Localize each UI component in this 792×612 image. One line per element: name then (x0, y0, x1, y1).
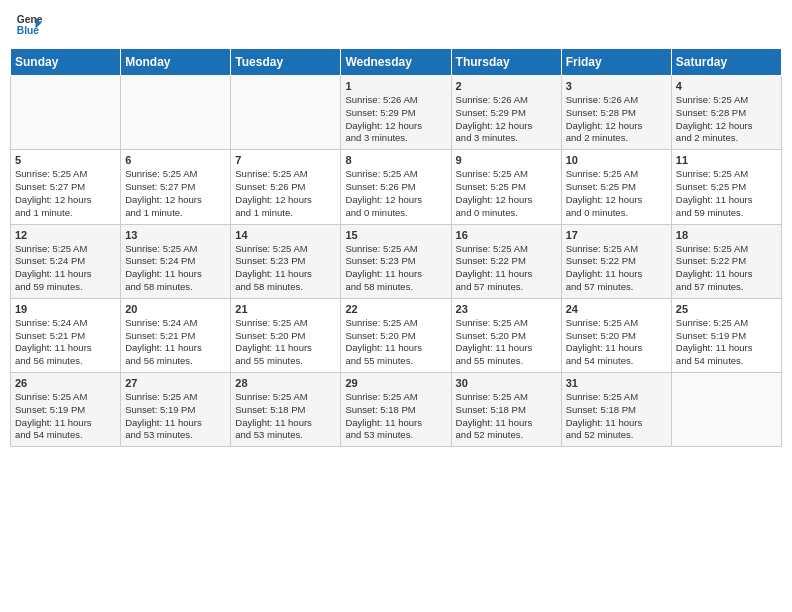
cell-info: Sunrise: 5:25 AM Sunset: 5:19 PM Dayligh… (676, 317, 777, 368)
calendar-cell: 22Sunrise: 5:25 AM Sunset: 5:20 PM Dayli… (341, 298, 451, 372)
cell-info: Sunrise: 5:25 AM Sunset: 5:20 PM Dayligh… (566, 317, 667, 368)
calendar-header-row: SundayMondayTuesdayWednesdayThursdayFrid… (11, 49, 782, 76)
calendar-cell: 16Sunrise: 5:25 AM Sunset: 5:22 PM Dayli… (451, 224, 561, 298)
col-header-tuesday: Tuesday (231, 49, 341, 76)
calendar-cell: 7Sunrise: 5:25 AM Sunset: 5:26 PM Daylig… (231, 150, 341, 224)
day-number: 24 (566, 303, 667, 315)
day-number: 1 (345, 80, 446, 92)
cell-info: Sunrise: 5:24 AM Sunset: 5:21 PM Dayligh… (125, 317, 226, 368)
calendar-cell (671, 373, 781, 447)
calendar-week-row: 12Sunrise: 5:25 AM Sunset: 5:24 PM Dayli… (11, 224, 782, 298)
calendar-cell: 20Sunrise: 5:24 AM Sunset: 5:21 PM Dayli… (121, 298, 231, 372)
calendar-week-row: 19Sunrise: 5:24 AM Sunset: 5:21 PM Dayli… (11, 298, 782, 372)
calendar-cell: 10Sunrise: 5:25 AM Sunset: 5:25 PM Dayli… (561, 150, 671, 224)
cell-info: Sunrise: 5:25 AM Sunset: 5:20 PM Dayligh… (456, 317, 557, 368)
cell-info: Sunrise: 5:25 AM Sunset: 5:20 PM Dayligh… (345, 317, 446, 368)
calendar-week-row: 5Sunrise: 5:25 AM Sunset: 5:27 PM Daylig… (11, 150, 782, 224)
cell-info: Sunrise: 5:25 AM Sunset: 5:19 PM Dayligh… (15, 391, 116, 442)
calendar-cell: 18Sunrise: 5:25 AM Sunset: 5:22 PM Dayli… (671, 224, 781, 298)
calendar-cell: 9Sunrise: 5:25 AM Sunset: 5:25 PM Daylig… (451, 150, 561, 224)
calendar-week-row: 26Sunrise: 5:25 AM Sunset: 5:19 PM Dayli… (11, 373, 782, 447)
day-number: 14 (235, 229, 336, 241)
day-number: 10 (566, 154, 667, 166)
cell-info: Sunrise: 5:25 AM Sunset: 5:25 PM Dayligh… (566, 168, 667, 219)
col-header-monday: Monday (121, 49, 231, 76)
calendar-cell: 12Sunrise: 5:25 AM Sunset: 5:24 PM Dayli… (11, 224, 121, 298)
calendar-cell: 30Sunrise: 5:25 AM Sunset: 5:18 PM Dayli… (451, 373, 561, 447)
col-header-sunday: Sunday (11, 49, 121, 76)
cell-info: Sunrise: 5:25 AM Sunset: 5:19 PM Dayligh… (125, 391, 226, 442)
calendar-table: SundayMondayTuesdayWednesdayThursdayFrid… (10, 48, 782, 447)
day-number: 6 (125, 154, 226, 166)
cell-info: Sunrise: 5:25 AM Sunset: 5:26 PM Dayligh… (235, 168, 336, 219)
day-number: 28 (235, 377, 336, 389)
day-number: 29 (345, 377, 446, 389)
calendar-cell: 6Sunrise: 5:25 AM Sunset: 5:27 PM Daylig… (121, 150, 231, 224)
calendar-cell (231, 76, 341, 150)
day-number: 13 (125, 229, 226, 241)
day-number: 16 (456, 229, 557, 241)
col-header-saturday: Saturday (671, 49, 781, 76)
day-number: 7 (235, 154, 336, 166)
day-number: 19 (15, 303, 116, 315)
cell-info: Sunrise: 5:25 AM Sunset: 5:26 PM Dayligh… (345, 168, 446, 219)
day-number: 3 (566, 80, 667, 92)
calendar-cell: 19Sunrise: 5:24 AM Sunset: 5:21 PM Dayli… (11, 298, 121, 372)
day-number: 9 (456, 154, 557, 166)
day-number: 15 (345, 229, 446, 241)
col-header-wednesday: Wednesday (341, 49, 451, 76)
calendar-cell: 5Sunrise: 5:25 AM Sunset: 5:27 PM Daylig… (11, 150, 121, 224)
calendar-week-row: 1Sunrise: 5:26 AM Sunset: 5:29 PM Daylig… (11, 76, 782, 150)
calendar-cell: 15Sunrise: 5:25 AM Sunset: 5:23 PM Dayli… (341, 224, 451, 298)
calendar-cell: 26Sunrise: 5:25 AM Sunset: 5:19 PM Dayli… (11, 373, 121, 447)
cell-info: Sunrise: 5:25 AM Sunset: 5:22 PM Dayligh… (676, 243, 777, 294)
cell-info: Sunrise: 5:25 AM Sunset: 5:18 PM Dayligh… (345, 391, 446, 442)
calendar-cell: 29Sunrise: 5:25 AM Sunset: 5:18 PM Dayli… (341, 373, 451, 447)
logo-icon: General Blue (15, 10, 43, 38)
cell-info: Sunrise: 5:25 AM Sunset: 5:25 PM Dayligh… (676, 168, 777, 219)
calendar-cell: 25Sunrise: 5:25 AM Sunset: 5:19 PM Dayli… (671, 298, 781, 372)
day-number: 23 (456, 303, 557, 315)
cell-info: Sunrise: 5:25 AM Sunset: 5:28 PM Dayligh… (676, 94, 777, 145)
cell-info: Sunrise: 5:26 AM Sunset: 5:29 PM Dayligh… (345, 94, 446, 145)
day-number: 18 (676, 229, 777, 241)
page-header: General Blue (10, 10, 782, 38)
calendar-cell: 4Sunrise: 5:25 AM Sunset: 5:28 PM Daylig… (671, 76, 781, 150)
day-number: 20 (125, 303, 226, 315)
cell-info: Sunrise: 5:25 AM Sunset: 5:22 PM Dayligh… (456, 243, 557, 294)
calendar-cell: 31Sunrise: 5:25 AM Sunset: 5:18 PM Dayli… (561, 373, 671, 447)
day-number: 4 (676, 80, 777, 92)
cell-info: Sunrise: 5:25 AM Sunset: 5:23 PM Dayligh… (345, 243, 446, 294)
calendar-cell (121, 76, 231, 150)
cell-info: Sunrise: 5:25 AM Sunset: 5:18 PM Dayligh… (456, 391, 557, 442)
calendar-cell (11, 76, 121, 150)
day-number: 8 (345, 154, 446, 166)
day-number: 2 (456, 80, 557, 92)
calendar-cell: 13Sunrise: 5:25 AM Sunset: 5:24 PM Dayli… (121, 224, 231, 298)
calendar-cell: 17Sunrise: 5:25 AM Sunset: 5:22 PM Dayli… (561, 224, 671, 298)
col-header-friday: Friday (561, 49, 671, 76)
calendar-cell: 14Sunrise: 5:25 AM Sunset: 5:23 PM Dayli… (231, 224, 341, 298)
day-number: 25 (676, 303, 777, 315)
cell-info: Sunrise: 5:25 AM Sunset: 5:18 PM Dayligh… (235, 391, 336, 442)
calendar-cell: 1Sunrise: 5:26 AM Sunset: 5:29 PM Daylig… (341, 76, 451, 150)
cell-info: Sunrise: 5:26 AM Sunset: 5:29 PM Dayligh… (456, 94, 557, 145)
day-number: 22 (345, 303, 446, 315)
calendar-cell: 23Sunrise: 5:25 AM Sunset: 5:20 PM Dayli… (451, 298, 561, 372)
cell-info: Sunrise: 5:25 AM Sunset: 5:24 PM Dayligh… (15, 243, 116, 294)
day-number: 12 (15, 229, 116, 241)
calendar-cell: 28Sunrise: 5:25 AM Sunset: 5:18 PM Dayli… (231, 373, 341, 447)
calendar-cell: 24Sunrise: 5:25 AM Sunset: 5:20 PM Dayli… (561, 298, 671, 372)
day-number: 5 (15, 154, 116, 166)
cell-info: Sunrise: 5:25 AM Sunset: 5:27 PM Dayligh… (15, 168, 116, 219)
logo: General Blue (15, 10, 43, 38)
cell-info: Sunrise: 5:25 AM Sunset: 5:23 PM Dayligh… (235, 243, 336, 294)
day-number: 17 (566, 229, 667, 241)
cell-info: Sunrise: 5:25 AM Sunset: 5:22 PM Dayligh… (566, 243, 667, 294)
cell-info: Sunrise: 5:24 AM Sunset: 5:21 PM Dayligh… (15, 317, 116, 368)
calendar-cell: 21Sunrise: 5:25 AM Sunset: 5:20 PM Dayli… (231, 298, 341, 372)
day-number: 26 (15, 377, 116, 389)
day-number: 27 (125, 377, 226, 389)
calendar-cell: 11Sunrise: 5:25 AM Sunset: 5:25 PM Dayli… (671, 150, 781, 224)
cell-info: Sunrise: 5:25 AM Sunset: 5:25 PM Dayligh… (456, 168, 557, 219)
